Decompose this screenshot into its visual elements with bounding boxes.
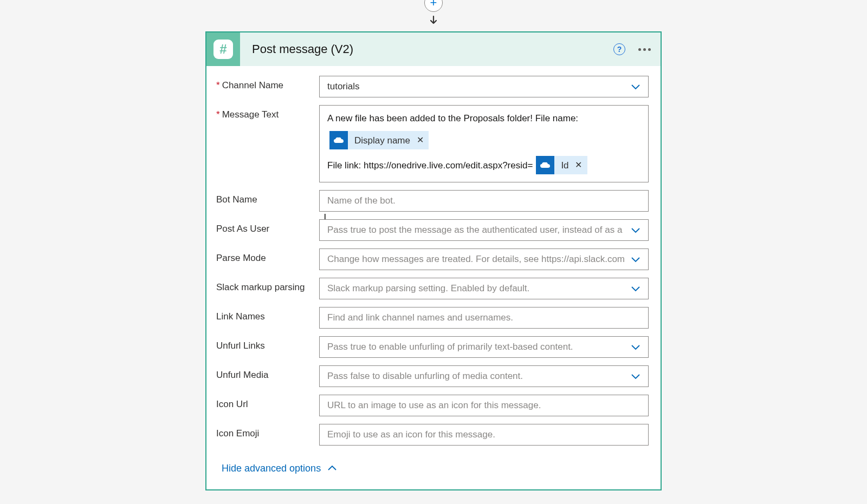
parse-mode-select[interactable]: Change how messages are treated. For det…: [319, 248, 649, 270]
hide-advanced-toggle[interactable]: Hide advanced options: [216, 453, 649, 489]
dynamic-token-display-name[interactable]: Display name ✕: [329, 131, 429, 149]
hash-icon: #: [213, 40, 233, 59]
icon-emoji-label: Icon Emoji: [216, 424, 319, 439]
channel-name-label: *Channel Name: [216, 76, 319, 91]
ellipsis-icon: [638, 48, 651, 51]
onedrive-icon: [329, 131, 348, 149]
slack-markup-select[interactable]: Slack markup parsing setting. Enabled by…: [319, 278, 649, 299]
token-remove-button[interactable]: ✕: [416, 133, 429, 147]
help-button[interactable]: ?: [613, 43, 626, 56]
unfurl-links-select[interactable]: Pass true to enable unfurling of primari…: [319, 336, 649, 358]
card-header: # Post message (V2) ?: [206, 32, 661, 66]
unfurl-links-label: Unfurl Links: [216, 336, 319, 351]
bot-name-input[interactable]: [319, 190, 649, 212]
dynamic-token-id[interactable]: Id ✕: [536, 156, 587, 174]
parse-mode-label: Parse Mode: [216, 248, 319, 264]
link-names-input[interactable]: [319, 307, 649, 329]
channel-name-select[interactable]: tutorials: [319, 76, 649, 97]
chevron-down-icon: [631, 285, 640, 292]
slack-icon-tile: #: [206, 32, 240, 66]
chevron-down-icon: [631, 373, 640, 379]
action-card: # Post message (V2) ? *Channel Name tuto…: [205, 31, 662, 490]
token-remove-button[interactable]: ✕: [574, 158, 587, 172]
chevron-down-icon: [631, 83, 640, 90]
more-menu-button[interactable]: [638, 43, 651, 56]
link-names-label: Link Names: [216, 307, 319, 322]
post-as-user-select[interactable]: Pass true to post the message as the aut…: [319, 219, 649, 241]
icon-emoji-input[interactable]: [319, 424, 649, 446]
bot-name-label: Bot Name: [216, 190, 319, 205]
chevron-down-icon: [631, 344, 640, 350]
message-text-input[interactable]: A new file has been added to the Proposa…: [319, 105, 649, 182]
help-icon: ?: [613, 43, 625, 55]
add-step-button[interactable]: +: [424, 0, 443, 12]
card-title: Post message (V2): [252, 42, 601, 56]
chevron-down-icon: [631, 227, 640, 233]
card-body: *Channel Name tutorials *Message Text A …: [206, 66, 661, 489]
onedrive-icon: [536, 156, 554, 174]
message-text-fragment: File link: https://onedrive.live.com/edi…: [327, 158, 533, 173]
icon-url-input[interactable]: [319, 395, 649, 416]
post-as-user-label: Post As User: [216, 219, 319, 234]
message-text-label: *Message Text: [216, 105, 319, 120]
chevron-down-icon: [631, 256, 640, 263]
message-text-fragment: A new file has been added to the Proposa…: [327, 111, 578, 126]
unfurl-media-label: Unfurl Media: [216, 365, 319, 381]
arrow-down-icon: [428, 15, 439, 28]
chevron-up-icon: [327, 463, 337, 474]
unfurl-media-select[interactable]: Pass false to disable unfurling of media…: [319, 365, 649, 387]
slack-markup-label: Slack markup parsing: [216, 278, 319, 293]
icon-url-label: Icon Url: [216, 395, 319, 410]
